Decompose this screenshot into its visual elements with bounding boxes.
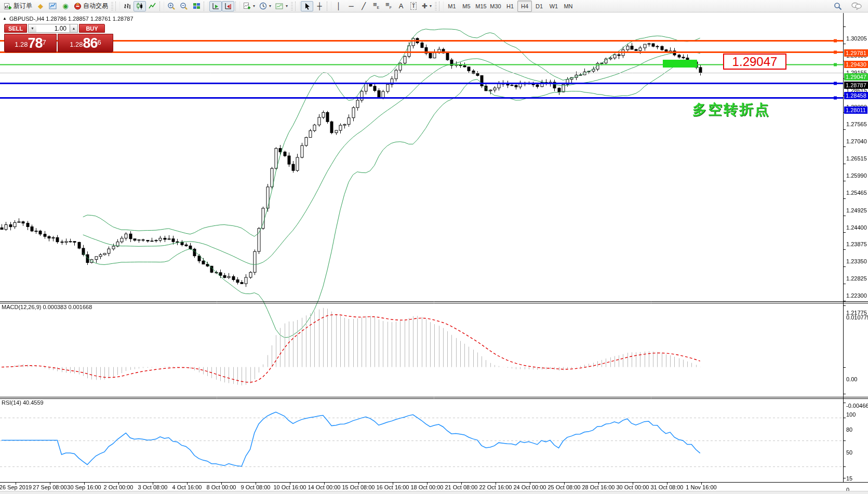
- toolbar-separator: [204, 2, 208, 11]
- bottom-strip: [0, 491, 868, 494]
- periods-button[interactable]: ▾: [257, 1, 273, 11]
- price-tick: 1.30205: [846, 35, 867, 42]
- timeframe-group: M1M5M15M30H1H4D1W1MN: [445, 1, 576, 12]
- timeframe-w1[interactable]: W1: [546, 1, 561, 12]
- one-click-trading-panel: SELL ▼ 1.00 ▲ BUY 1.28787 1.28866: [4, 24, 114, 52]
- zoom-out-button[interactable]: [178, 1, 190, 11]
- chart-canvas[interactable]: [0, 12, 868, 494]
- fibonacci-icon: ≡F: [385, 1, 392, 11]
- price-tick: 1.27565: [846, 121, 867, 128]
- text-label-tool-button[interactable]: T: [407, 1, 420, 11]
- buy-price-display[interactable]: 1.28866: [58, 34, 113, 52]
- panel-collapse-icon[interactable]: ▲: [3, 16, 7, 21]
- new-order-label: 新订单: [14, 2, 32, 10]
- volume-input[interactable]: 1.00: [36, 24, 70, 33]
- auto-scroll-button[interactable]: [209, 1, 222, 11]
- price-badge: 1.29781: [844, 49, 868, 57]
- market-watch-icon: ◆: [38, 3, 43, 9]
- vertical-line-tool-button[interactable]: │: [332, 1, 345, 11]
- sell-price-sup: 7: [43, 35, 46, 50]
- dropdown-arrow-icon: ▾: [286, 4, 288, 8]
- vertical-line-icon: │: [337, 3, 341, 9]
- chart-shift-icon: [224, 3, 232, 10]
- templates-button[interactable]: ▾: [273, 1, 290, 11]
- buy-button[interactable]: BUY: [79, 24, 105, 33]
- timeframe-h1[interactable]: H1: [503, 1, 517, 12]
- price-tick: 1.22825: [846, 275, 867, 282]
- timeframe-m30[interactable]: M30: [488, 1, 503, 12]
- toolbar-grip: [111, 2, 113, 10]
- rsi-tick: 100: [846, 411, 856, 418]
- search-button[interactable]: [832, 1, 844, 11]
- dropdown-arrow-icon: ▾: [430, 4, 432, 8]
- timeframe-d1[interactable]: D1: [532, 1, 546, 12]
- trendline-tool-button[interactable]: ╱: [357, 1, 370, 11]
- indicators-button[interactable]: ▾: [241, 1, 257, 11]
- price-tick: 1.23350: [846, 258, 867, 265]
- sell-price-display[interactable]: 1.28787: [4, 34, 57, 52]
- price-badge: 1.29047: [844, 73, 868, 81]
- time-tick: 1 Nov 16:00: [678, 484, 725, 490]
- tile-windows-icon: [193, 3, 201, 10]
- market-watch-button[interactable]: ◆: [34, 1, 47, 11]
- zoom-in-icon: [167, 2, 176, 10]
- toolbar-separator: [159, 2, 164, 11]
- spin-up-icon: ▲: [72, 26, 76, 30]
- indicators-icon: [243, 2, 251, 10]
- zoom-in-button[interactable]: [165, 1, 178, 11]
- macd-tick: 0.00: [846, 376, 857, 383]
- spin-down-icon: ▼: [31, 26, 34, 30]
- shapes-icon: ✚: [422, 3, 428, 9]
- tile-windows-button[interactable]: [190, 1, 203, 11]
- volume-increase-button[interactable]: ▲: [70, 24, 78, 33]
- price-alert-box[interactable]: 1.29047: [723, 54, 786, 70]
- buy-price-sup: 6: [98, 35, 101, 50]
- toolbar-separator: [439, 2, 444, 11]
- timeframe-m5[interactable]: M5: [459, 1, 474, 12]
- sell-button[interactable]: SELL: [4, 24, 27, 33]
- shapes-tool-button[interactable]: ✚ ▾: [420, 1, 434, 11]
- timeframe-h4[interactable]: H4: [517, 1, 532, 12]
- price-tick: 1.27040: [846, 138, 867, 145]
- chart-shift-button[interactable]: [222, 1, 234, 11]
- chart-region: ▲ GBPUSD-,H4 1.28786 1.28857 1.28761 1.2…: [0, 12, 868, 494]
- rsi-tick: 15: [846, 475, 852, 482]
- price-tick: 1.26515: [846, 155, 867, 162]
- line-chart-icon: [149, 3, 156, 10]
- auto-trading-button[interactable]: 自动交易: [72, 1, 110, 11]
- chart-window-icon: [49, 3, 57, 10]
- fibonacci-tool-button[interactable]: ≡F: [382, 1, 395, 11]
- timeframe-mn[interactable]: MN: [561, 1, 576, 12]
- cursor-tool-button[interactable]: [301, 1, 313, 11]
- zoom-out-icon: [180, 2, 188, 10]
- chart-window-button[interactable]: [47, 1, 59, 11]
- price-badge: 1.29430: [844, 61, 868, 68]
- toolbar-grip: [435, 2, 437, 10]
- clock-icon: [259, 2, 267, 10]
- channel-tool-button[interactable]: ≡E: [370, 1, 382, 11]
- timeframe-m15[interactable]: M15: [474, 1, 488, 12]
- horizontal-line-tool-button[interactable]: ─: [345, 1, 357, 11]
- price-tick: 1.24400: [846, 224, 867, 231]
- volume-decrease-button[interactable]: ▼: [28, 24, 36, 33]
- toolbar-right-group: [832, 1, 864, 11]
- auto-trading-icon: [74, 2, 82, 10]
- line-chart-type-button[interactable]: [146, 1, 158, 11]
- channel-icon: ≡E: [373, 1, 379, 11]
- chat-button[interactable]: [849, 1, 864, 11]
- new-order-button[interactable]: 新订单: [2, 1, 34, 11]
- signals-button[interactable]: ◉: [59, 1, 72, 11]
- price-badge: 1.28011: [844, 106, 867, 114]
- new-order-icon: [4, 2, 12, 10]
- text-label-icon: T: [410, 2, 417, 10]
- auto-scroll-icon: [212, 3, 220, 10]
- bar-chart-type-button[interactable]: [121, 1, 133, 11]
- crosshair-tool-button[interactable]: ┼: [313, 1, 326, 11]
- turning-point-annotation: 多空转折点: [692, 100, 770, 119]
- candlestick-type-button[interactable]: [133, 1, 146, 11]
- macd-tick: -0.004668: [846, 403, 868, 409]
- toolbar-separator: [295, 2, 300, 11]
- rsi-indicator-label: RSI(14) 40.4559: [2, 399, 44, 406]
- timeframe-m1[interactable]: M1: [445, 1, 459, 12]
- text-tool-button[interactable]: A: [395, 1, 407, 11]
